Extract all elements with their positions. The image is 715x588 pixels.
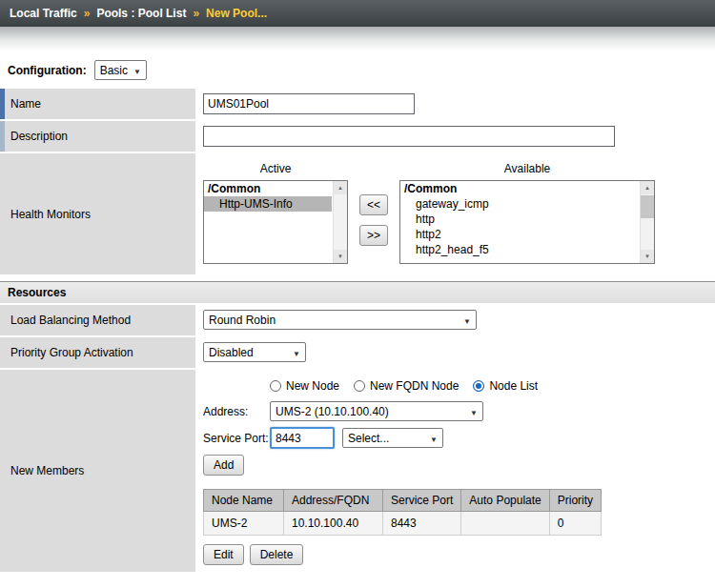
member-type-radios: New Node New FQDN Node Node List — [270, 379, 707, 393]
address-label: Address: — [203, 405, 270, 418]
service-port-label: Service Port: — [203, 432, 270, 445]
pool-form: Name Description Health Monitors Active … — [0, 89, 715, 572]
active-group-label: /Common — [204, 181, 332, 196]
radio-node-list-label: Node List — [489, 379, 538, 393]
page: Local Traffic » Pools : Pool List » New … — [0, 0, 715, 588]
available-monitor-item[interactable]: http2_head_f5 — [400, 242, 639, 257]
radio-new-node[interactable]: New Node — [270, 379, 339, 393]
delete-button[interactable]: Delete — [250, 544, 304, 565]
service-port-select[interactable]: Select... — [342, 428, 443, 448]
radio-selected-icon — [473, 380, 484, 392]
radio-node-list[interactable]: Node List — [473, 379, 538, 393]
members-table: Node Name Address/FQDN Service Port Auto… — [203, 489, 602, 536]
priority-group-row: Priority Group Activation Disabled — [0, 337, 715, 368]
new-members-row: New Members New Node New FQDN Node — [0, 370, 715, 572]
col-node-name: Node Name — [204, 490, 284, 512]
scroll-down-icon[interactable] — [334, 250, 347, 263]
description-row: Description — [0, 121, 715, 152]
member-priority: 0 — [549, 512, 601, 536]
move-to-active-button[interactable]: << — [359, 194, 388, 215]
available-list-title: Available — [399, 160, 655, 180]
scroll-up-icon[interactable] — [641, 181, 654, 194]
service-port-select-value: Select... — [348, 432, 389, 445]
available-monitor-item[interactable]: gateway_icmp — [400, 196, 639, 212]
radio-new-node-label: New Node — [286, 379, 339, 393]
radio-unselected-icon — [270, 380, 281, 392]
priority-group-select-value: Disabled — [209, 346, 254, 359]
chevron-down-icon — [133, 65, 141, 76]
breadcrumb-separator-icon: » — [84, 7, 91, 20]
breadcrumb: Local Traffic » Pools : Pool List » New … — [0, 0, 715, 27]
description-input[interactable] — [203, 126, 615, 147]
resources-section-header: Resources — [0, 281, 715, 303]
health-monitors-label: Health Monitors — [0, 153, 195, 274]
configuration-select-value: Basic — [100, 64, 128, 77]
breadcrumb-current-new-pool: New Pool... — [206, 7, 267, 20]
active-scrollbar — [333, 181, 347, 263]
breadcrumb-separator-icon: » — [193, 7, 199, 20]
name-row: Name — [0, 89, 715, 119]
member-service-port: 8443 — [383, 512, 461, 536]
service-port-input[interactable] — [270, 427, 335, 449]
active-list-title: Active — [203, 160, 348, 180]
health-monitors-row: Health Monitors Active /Common Http-UMS-… — [0, 153, 715, 274]
configuration-select[interactable]: Basic — [94, 60, 147, 80]
add-button[interactable]: Add — [203, 455, 244, 476]
description-label: Description — [0, 121, 195, 152]
breadcrumb-pools-pool-list[interactable]: Pools : Pool List — [96, 7, 186, 20]
member-row[interactable]: UMS-2 10.10.100.40 8443 0 — [204, 512, 602, 536]
name-input[interactable] — [203, 93, 415, 114]
chevron-down-icon — [293, 347, 300, 358]
address-select[interactable]: UMS-2 (10.10.100.40) — [270, 401, 483, 421]
load-balancing-select-value: Round Robin — [209, 314, 276, 327]
col-service-port: Service Port — [383, 490, 461, 512]
radio-unselected-icon — [354, 380, 365, 392]
configuration-row: Configuration: Basic — [0, 51, 715, 89]
priority-group-label: Priority Group Activation — [0, 337, 195, 368]
radio-new-fqdn-node-label: New FQDN Node — [370, 379, 459, 393]
address-select-value: UMS-2 (10.10.100.40) — [276, 405, 389, 418]
priority-group-select[interactable]: Disabled — [203, 342, 306, 362]
chevron-down-icon — [463, 314, 471, 326]
configuration-label: Configuration: — [8, 64, 87, 77]
header-gradient — [0, 27, 715, 51]
new-members-label: New Members — [0, 370, 195, 572]
members-table-header-row: Node Name Address/FQDN Service Port Auto… — [204, 490, 602, 512]
edit-button[interactable]: Edit — [203, 544, 244, 565]
breadcrumb-local-traffic[interactable]: Local Traffic — [10, 7, 77, 20]
chevron-down-icon — [470, 406, 478, 417]
chevron-down-icon — [430, 433, 438, 444]
available-monitor-item[interactable]: http2 — [400, 227, 639, 242]
col-auto-populate: Auto Populate — [461, 490, 549, 512]
scrollbar-thumb[interactable] — [641, 195, 654, 218]
load-balancing-label: Load Balancing Method — [0, 305, 195, 335]
name-label: Name — [0, 89, 195, 119]
member-auto-populate — [461, 512, 549, 536]
available-monitors-listbox[interactable]: /Common gateway_icmp http http2 http2_he… — [399, 180, 655, 264]
available-scrollbar — [640, 181, 654, 263]
active-monitor-item[interactable]: Http-UMS-Info — [204, 196, 332, 212]
available-group-label: /Common — [400, 181, 639, 196]
load-balancing-select[interactable]: Round Robin — [203, 310, 477, 330]
member-address: 10.10.100.40 — [284, 512, 383, 536]
radio-new-fqdn-node[interactable]: New FQDN Node — [354, 379, 459, 393]
move-to-available-button[interactable]: >> — [359, 225, 388, 246]
member-node-name: UMS-2 — [204, 512, 284, 536]
load-balancing-row: Load Balancing Method Round Robin — [0, 305, 715, 335]
scroll-up-icon[interactable] — [334, 181, 347, 194]
col-address-fqdn: Address/FQDN — [284, 490, 383, 512]
available-monitor-item[interactable]: http — [400, 212, 639, 227]
active-monitors-listbox[interactable]: /Common Http-UMS-Info — [203, 180, 348, 264]
scroll-down-icon[interactable] — [641, 250, 654, 263]
col-priority: Priority — [549, 490, 601, 512]
form-footer: Cancel Repeat Finished — [0, 574, 715, 588]
